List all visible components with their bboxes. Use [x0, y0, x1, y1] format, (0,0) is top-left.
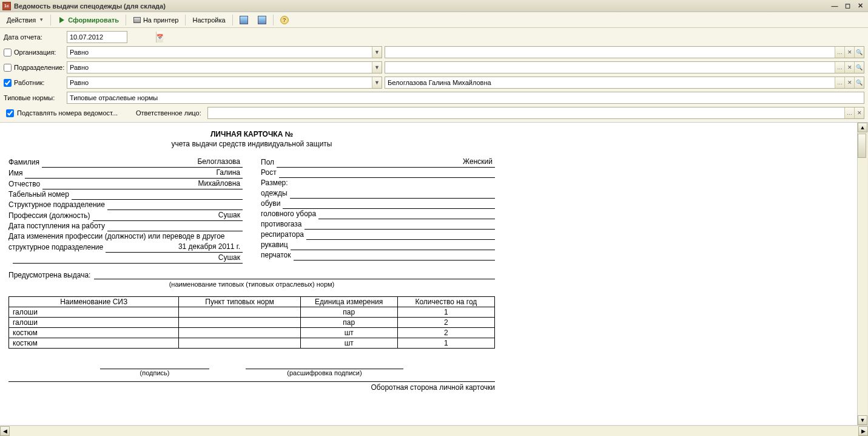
window-title: Ведомость выдачи спецодежды (для склада): [14, 2, 829, 10]
col-punkt: Пункт типовых норм: [179, 297, 300, 307]
norms-combo[interactable]: [67, 92, 864, 104]
clear-icon[interactable]: ✕: [844, 62, 854, 73]
emp-checkbox[interactable]: [4, 79, 12, 87]
org-checkbox[interactable]: [4, 49, 12, 56]
dept-label-text: Подразделение:: [14, 64, 64, 71]
subst-checkbox[interactable]: [6, 109, 14, 117]
resp-input[interactable]: [208, 107, 844, 118]
report-date-label: Дата отчета:: [4, 33, 64, 41]
surname-label: Фамилия: [8, 157, 42, 168]
shoes-value: [283, 200, 495, 209]
sex-label: Пол: [261, 157, 277, 168]
report-scroll[interactable]: ЛИЧНАЯ КАРТОЧКА № учета выдачи средств и…: [0, 123, 868, 425]
scroll-thumb[interactable]: [858, 134, 866, 158]
resp-combo[interactable]: … ✕: [207, 107, 864, 119]
card-title: ЛИЧНАЯ КАРТОЧКА №: [8, 130, 495, 138]
tool-button-2[interactable]: [254, 14, 271, 26]
hiredate-label: Дата поступления на работу: [8, 221, 107, 231]
head-label: головного убора: [261, 209, 318, 219]
gasmask-label: противогаза: [261, 219, 304, 230]
emp-value-input[interactable]: [385, 77, 835, 88]
horizontal-scrollbar[interactable]: ◀ ▶: [0, 425, 868, 436]
minimize-button[interactable]: —: [829, 2, 840, 10]
dept-value-input[interactable]: [385, 62, 835, 73]
subst-label: Подставлять номера ведомост...: [17, 109, 118, 117]
generate-button[interactable]: Сформировать: [53, 14, 123, 26]
org-op-input[interactable]: [67, 47, 372, 58]
signature-caption: (подпись): [100, 369, 209, 376]
calendar-icon[interactable]: 📅: [156, 32, 163, 43]
tool-button-1[interactable]: [235, 14, 252, 26]
printer-icon: [133, 16, 141, 24]
actions-label: Действия: [7, 16, 36, 24]
vertical-scrollbar[interactable]: ▲ ▼: [857, 123, 868, 425]
maximize-button[interactable]: ◻: [842, 2, 853, 10]
generate-label: Сформировать: [68, 16, 119, 24]
chevron-down-icon[interactable]: ▼: [372, 47, 382, 58]
emp-value-combo[interactable]: … ✕ 🔍: [385, 77, 864, 89]
close-button[interactable]: ✕: [855, 2, 866, 10]
size-label: Размер:: [261, 178, 291, 188]
org-label: Организация:: [4, 49, 64, 56]
norms-input[interactable]: [67, 92, 864, 103]
chevron-down-icon: ▼: [39, 17, 44, 22]
clear-icon[interactable]: ✕: [854, 107, 864, 118]
settings-button[interactable]: Настройка: [188, 14, 229, 26]
respirator-value: [306, 231, 495, 240]
report-page: ЛИЧНАЯ КАРТОЧКА № учета выдачи средств и…: [0, 123, 503, 399]
gloves-label: рукавиц: [261, 240, 291, 250]
issue-label: Предусмотрена выдача:: [8, 271, 94, 279]
org-value-combo[interactable]: … ✕ 🔍: [385, 46, 864, 58]
clear-icon[interactable]: ✕: [844, 47, 854, 58]
separator: [126, 15, 126, 26]
chevron-down-icon[interactable]: ▼: [372, 77, 382, 88]
scroll-down-icon[interactable]: ▼: [858, 415, 867, 425]
separator: [50, 15, 51, 26]
dept-label: Подразделение:: [4, 64, 64, 72]
tool-icon: [258, 16, 266, 24]
clothes-label: одежды: [261, 188, 290, 199]
actions-menu[interactable]: Действия ▼: [2, 14, 48, 26]
height-value: [279, 169, 495, 178]
dept-value-combo[interactable]: … ✕ 🔍: [385, 61, 864, 73]
ellipsis-icon[interactable]: …: [835, 77, 844, 88]
search-icon[interactable]: 🔍: [854, 77, 864, 88]
norms-label: Типовые нормы:: [4, 94, 64, 101]
clear-icon[interactable]: ✕: [844, 77, 854, 88]
profession-value: Сушак: [93, 210, 243, 221]
emp-op-input[interactable]: [67, 77, 372, 88]
emp-op-combo[interactable]: ▼: [67, 77, 382, 89]
help-button[interactable]: ?: [276, 14, 293, 26]
shoes-label: обуви: [261, 199, 283, 209]
patronymic-label: Отчество: [8, 179, 42, 189]
separator: [232, 15, 233, 26]
org-value-input[interactable]: [385, 47, 835, 58]
chevron-down-icon[interactable]: ▼: [372, 62, 382, 73]
scroll-up-icon[interactable]: ▲: [858, 123, 867, 132]
sex-value: Женский: [277, 157, 495, 168]
report-date-input[interactable]: [67, 32, 156, 43]
gloves-value: [291, 242, 495, 250]
clothes-value: [290, 190, 495, 199]
report-date-field[interactable]: 📅: [67, 31, 127, 43]
scroll-track[interactable]: [10, 426, 858, 436]
print-label: На принтер: [143, 16, 179, 24]
dept-checkbox[interactable]: [4, 64, 12, 72]
play-icon: [58, 16, 66, 24]
ellipsis-icon[interactable]: …: [835, 47, 844, 58]
settings-label: Настройка: [192, 16, 225, 24]
ellipsis-icon[interactable]: …: [844, 107, 854, 118]
search-icon[interactable]: 🔍: [854, 62, 864, 73]
changedate-label2: структурное подразделение: [8, 242, 106, 253]
dept-op-combo[interactable]: ▼: [67, 61, 382, 73]
scroll-right-icon[interactable]: ▶: [858, 426, 868, 436]
dept-op-input[interactable]: [67, 62, 372, 73]
toolbar: Действия ▼ Сформировать На принтер Настр…: [0, 12, 868, 28]
ellipsis-icon[interactable]: …: [835, 62, 844, 73]
tabno-label: Табельный номер: [8, 189, 72, 200]
scroll-left-icon[interactable]: ◀: [0, 426, 10, 436]
org-op-combo[interactable]: ▼: [67, 46, 382, 58]
scroll-track[interactable]: [858, 132, 867, 415]
search-icon[interactable]: 🔍: [854, 47, 864, 58]
print-button[interactable]: На принтер: [129, 14, 183, 26]
